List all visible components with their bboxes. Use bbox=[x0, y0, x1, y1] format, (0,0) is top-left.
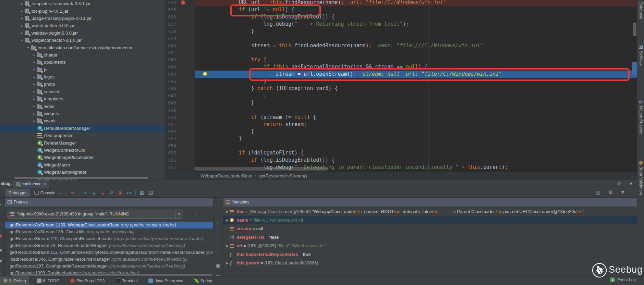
line-number[interactable]: 646 bbox=[165, 86, 176, 91]
line-number[interactable]: 647 bbox=[165, 93, 176, 98]
intention-bulb-icon[interactable] bbox=[203, 72, 207, 76]
code-line-645[interactable]: 645} bbox=[165, 78, 637, 85]
frame-next-icon[interactable]: ↓ bbox=[204, 211, 206, 216]
code-line-643[interactable]: 643if (this.hasExternalRepositories && s… bbox=[165, 63, 637, 71]
code-line-651[interactable]: 651return stream; bbox=[165, 121, 637, 128]
variable-row-this[interactable]: ▶this = {WebappClassLoader@39559} "Webap… bbox=[223, 207, 637, 216]
gutter-cell[interactable]: ✓ bbox=[176, 0, 195, 6]
gutter-cell[interactable] bbox=[176, 28, 195, 35]
code-text[interactable]: URL url = this.findResource(name); url: … bbox=[195, 0, 637, 6]
chevron-right-icon[interactable]: ▸ bbox=[19, 24, 25, 27]
expand-arrow-icon[interactable]: ▶ bbox=[225, 219, 230, 222]
code-text[interactable]: if (url != null) { bbox=[195, 6, 637, 13]
code-text[interactable]: log.debug(" --> Returning stream from lo… bbox=[195, 21, 637, 28]
line-number[interactable]: 638 bbox=[165, 29, 176, 34]
chevron-right-icon[interactable]: ▸ bbox=[32, 119, 37, 123]
gutter-cell[interactable] bbox=[176, 142, 195, 149]
stop-icon[interactable]: ◉ bbox=[0, 233, 2, 238]
code-text[interactable]: } catch (IOException var6) { bbox=[195, 85, 637, 92]
chevron-right-icon[interactable]: ▸ bbox=[32, 112, 37, 115]
line-number[interactable]: 635 bbox=[165, 7, 176, 12]
pin-icon[interactable]: → bbox=[207, 200, 210, 204]
stack-frame-row[interactable]: getResourceStream:119, ClasspathResource… bbox=[5, 235, 213, 242]
stack-frame-row[interactable]: getResourceAsStream:1139, WebappClassLoa… bbox=[5, 222, 213, 228]
line-number[interactable]: 654 bbox=[165, 143, 176, 148]
gutter-cell[interactable] bbox=[176, 85, 195, 92]
code-text[interactable]: if (this.hasExternalRepositories && stre… bbox=[195, 63, 637, 71]
chevron-right-icon[interactable]: ▸ bbox=[32, 83, 37, 86]
gutter-cell[interactable] bbox=[176, 128, 195, 135]
tree-item-documents[interactable]: ▸documents bbox=[0, 59, 165, 66]
code-text[interactable]: } bbox=[195, 99, 637, 107]
thread-selector-dropdown[interactable]: "http-nio-9090-exec-2"@39,438 in group "… bbox=[8, 210, 183, 219]
line-number[interactable]: 651 bbox=[165, 122, 176, 127]
code-text[interactable]: } bbox=[195, 128, 637, 135]
tree-item-photo[interactable]: ▸photo bbox=[0, 80, 165, 88]
line-number[interactable]: 637 bbox=[165, 22, 176, 27]
line-number[interactable]: 645 bbox=[165, 79, 176, 84]
tree-item-chatter[interactable]: ▸chatter bbox=[0, 51, 165, 59]
tree-item-js[interactable]: ▸js bbox=[0, 66, 165, 73]
line-number[interactable]: 653 bbox=[165, 136, 176, 141]
line-number[interactable]: 641 bbox=[165, 50, 176, 55]
tree-item-logos[interactable]: ▸logos bbox=[0, 73, 165, 80]
code-line-644[interactable]: 644stream = url.openStream(); stream: nu… bbox=[165, 71, 637, 78]
gutter-cell[interactable] bbox=[176, 56, 195, 63]
stack-frame-row[interactable]: getResource:297, ConfigurableResourceMan… bbox=[5, 263, 213, 270]
chevron-right-icon[interactable]: ▸ bbox=[19, 9, 25, 13]
code-text[interactable]: try { bbox=[195, 56, 637, 63]
code-line-640[interactable]: 640stream = this.findLoadedResource(name… bbox=[165, 42, 637, 49]
gutter-cell[interactable] bbox=[176, 6, 195, 13]
code-text[interactable] bbox=[195, 107, 637, 114]
project-tree-horizontal-scrollbar[interactable] bbox=[14, 177, 148, 179]
tree-item-webdav-plugin-5-0-0-jar[interactable]: ▸webdav-plugin-5.0.0.jar bbox=[0, 29, 165, 37]
frame-previous-icon[interactable]: ↑ bbox=[195, 211, 197, 216]
tree-item-usage-tracking-plugin-2-0-1-jar[interactable]: ▸usage-tracking-plugin-2.0.1.jar bbox=[0, 15, 165, 22]
code-line-637[interactable]: 637log.debug(" --> Returning stream from… bbox=[165, 21, 637, 28]
stripe-tab-sciview[interactable]: SciView bbox=[637, 46, 644, 65]
chevron-right-icon[interactable]: ▸ bbox=[32, 90, 37, 93]
move-up-icon[interactable]: ↑ bbox=[216, 238, 218, 243]
code-line-642[interactable]: 642try { bbox=[165, 56, 637, 63]
variable-row-delegateFirst[interactable]: 01delegateFirst = false bbox=[223, 233, 637, 241]
line-number[interactable]: 657 bbox=[165, 165, 176, 170]
expand-icon[interactable]: » bbox=[0, 271, 1, 276]
settings-gear-icon[interactable]: ⚙ bbox=[617, 181, 621, 186]
view-breakpoints-icon[interactable]: ▣ bbox=[0, 248, 2, 252]
gutter-cell[interactable] bbox=[176, 99, 195, 107]
statusbar-button-java-enterprise[interactable]: Java Enterprise bbox=[145, 276, 186, 285]
gutter-cell[interactable] bbox=[176, 157, 195, 164]
statusbar-button-spring[interactable]: Spring bbox=[191, 276, 216, 285]
variable-row-this-parent[interactable]: ▶ƒthis.parent = {URLClassLoader@39586} bbox=[223, 259, 637, 267]
code-line-655[interactable]: 655if (!delegateFirst) { bbox=[165, 149, 637, 157]
code-text[interactable]: if (!delegateFirst) { bbox=[195, 149, 637, 157]
code-line-652[interactable]: 652} bbox=[165, 128, 637, 135]
code-text[interactable] bbox=[195, 35, 637, 42]
gutter-cell[interactable] bbox=[176, 21, 195, 28]
tree-item-defaultrendermanager[interactable]: CDefaultRenderManager bbox=[0, 125, 165, 132]
tree-item-widgetimageplaceholder[interactable]: IWidgetImagePlaceholder bbox=[0, 154, 165, 161]
code-text[interactable]: if (log.isDebugEnabled()) { bbox=[195, 13, 637, 21]
code-line-648[interactable]: 648} bbox=[165, 99, 637, 107]
line-number[interactable]: 636 bbox=[165, 14, 176, 20]
code-line-635[interactable]: 635if (url != null) { bbox=[165, 6, 637, 13]
gutter-cell[interactable] bbox=[176, 49, 195, 56]
variable-row-this-hasExternalRepositories[interactable]: ƒthis.hasExternalRepositories = true bbox=[223, 250, 637, 259]
evaluate-expression-icon[interactable]: ▦ bbox=[137, 190, 146, 196]
code-text[interactable]: stream = url.openStream(); stream: null … bbox=[195, 71, 637, 78]
line-number[interactable]: 648 bbox=[165, 100, 176, 106]
code-text[interactable]: stream = this.findLoadedResource(name); … bbox=[195, 42, 637, 49]
code-line-634[interactable]: 634✓URL url = this.findResource(name); u… bbox=[165, 0, 637, 6]
resume-program-icon[interactable]: ▶ bbox=[0, 202, 1, 207]
stripe-tab-database[interactable]: Database bbox=[637, 2, 644, 19]
code-editor[interactable]: 634✓URL url = this.findResource(name); u… bbox=[165, 0, 637, 172]
code-line-649[interactable]: 649 bbox=[165, 107, 637, 114]
line-number[interactable]: 649 bbox=[165, 108, 176, 113]
line-number[interactable]: 644 bbox=[165, 72, 176, 77]
gutter-cell[interactable] bbox=[176, 92, 195, 99]
statusbar-button-terminal[interactable]: >Terminal bbox=[113, 276, 141, 285]
code-line-641[interactable]: 641 bbox=[165, 49, 637, 56]
code-line-653[interactable]: 653} bbox=[165, 135, 637, 142]
gutter-cell[interactable] bbox=[176, 164, 195, 171]
tree-item-toc-plugin-4-0-2-jar[interactable]: ▸toc-plugin-4.0.2.jar bbox=[0, 7, 165, 14]
